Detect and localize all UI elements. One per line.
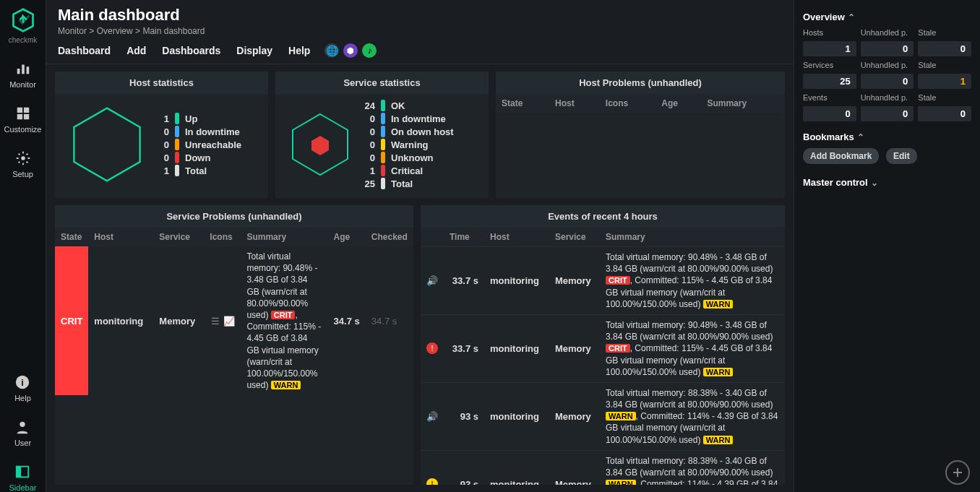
- logo-icon: [9, 6, 38, 35]
- panel-service-problems: Service Problems (unhandled) StateHostSe…: [55, 205, 413, 485]
- col-header[interactable]: Host: [549, 94, 600, 113]
- menu-dashboard[interactable]: Dashboard: [58, 45, 111, 56]
- stat-row[interactable]: 1Critical: [359, 165, 454, 176]
- spotify-icon[interactable]: ♪: [362, 43, 377, 58]
- stat-label: Down: [185, 152, 210, 163]
- nav-monitor[interactable]: Monitor: [4, 60, 42, 89]
- add-widget-button[interactable]: [945, 460, 970, 485]
- stat-count: 0: [359, 139, 375, 150]
- host-cell[interactable]: monitoring: [484, 382, 549, 450]
- hex-purple-icon[interactable]: ⬢: [343, 43, 358, 58]
- host-cell[interactable]: monitoring: [88, 246, 153, 395]
- stat-color-bar: [381, 100, 385, 111]
- stat-count: 0: [359, 113, 375, 124]
- col-header[interactable]: Icons: [204, 228, 241, 246]
- add-bookmark-button[interactable]: Add Bookmark: [803, 148, 879, 164]
- stat-label: On down host: [391, 126, 454, 137]
- ov-value[interactable]: 25: [803, 74, 856, 89]
- graph-icon[interactable]: 📈: [223, 316, 235, 326]
- table-row[interactable]: 🔊93 smonitoringMemoryTotal virtual memor…: [421, 382, 785, 450]
- host-cell[interactable]: monitoring: [484, 247, 549, 315]
- col-header[interactable]: Summary: [701, 94, 785, 113]
- menu-dashboards[interactable]: Dashboards: [162, 45, 220, 56]
- col-header[interactable]: Icons: [600, 94, 656, 113]
- ov-value[interactable]: 0: [861, 74, 914, 89]
- stat-count: 1: [153, 165, 169, 176]
- col-header[interactable]: Host: [484, 228, 549, 247]
- stat-color-bar: [175, 165, 179, 176]
- ov-value[interactable]: 1: [803, 41, 856, 56]
- stat-color-bar: [175, 113, 179, 124]
- stat-row[interactable]: 24OK: [359, 100, 454, 111]
- stat-count: 0: [359, 126, 375, 137]
- stat-row[interactable]: 0Down: [153, 152, 241, 163]
- ov-label: Hosts: [803, 28, 856, 37]
- col-header[interactable]: State: [496, 94, 549, 113]
- menu-display[interactable]: Display: [236, 45, 272, 56]
- breadcrumb-item[interactable]: Monitor: [58, 26, 87, 36]
- menu-icon[interactable]: ☰: [210, 316, 221, 326]
- stat-row[interactable]: 0On down host: [359, 126, 454, 137]
- col-header[interactable]: [421, 228, 444, 247]
- stat-row[interactable]: 0Unknown: [359, 152, 454, 163]
- ov-value[interactable]: 0: [861, 41, 914, 56]
- table-row[interactable]: CRITmonitoringMemory☰📈Total virtual memo…: [55, 246, 413, 395]
- host-cell[interactable]: monitoring: [484, 450, 549, 485]
- stat-row[interactable]: 1Total: [153, 165, 241, 176]
- table-row[interactable]: !33.7 smonitoringMemoryTotal virtual mem…: [421, 314, 785, 382]
- col-header[interactable]: State: [55, 228, 88, 246]
- nav-user[interactable]: User: [9, 418, 37, 447]
- col-header[interactable]: Age: [328, 228, 366, 246]
- col-header[interactable]: Time: [444, 228, 484, 247]
- panel-title: Host statistics: [55, 72, 268, 94]
- overview-section-toggle[interactable]: Overview⌃: [803, 12, 971, 22]
- service-hexagon-icon: [284, 108, 356, 181]
- nav-customize[interactable]: Customize: [4, 105, 42, 134]
- col-header[interactable]: Summary: [241, 228, 327, 246]
- bookmarks-section-toggle[interactable]: Bookmarks⌃: [803, 131, 971, 142]
- nav-setup[interactable]: Setup: [4, 150, 42, 178]
- edit-bookmarks-button[interactable]: Edit: [886, 148, 917, 164]
- col-header[interactable]: Age: [656, 94, 701, 113]
- menu-add[interactable]: Add: [126, 45, 146, 56]
- service-cell[interactable]: Memory: [549, 450, 600, 485]
- panel-host-problems: Host Problems (unhandled) StateHostIcons…: [496, 72, 785, 198]
- alert-icon: !: [426, 478, 438, 485]
- stat-row[interactable]: 25Total: [359, 178, 454, 189]
- left-nav-rail: checkmk MonitorCustomizeSetup iHelpUserS…: [0, 0, 46, 492]
- ov-value[interactable]: 0: [918, 106, 971, 121]
- ov-value[interactable]: 0: [803, 106, 856, 121]
- breadcrumb-item[interactable]: Main dashboard: [142, 26, 205, 36]
- stat-count: 0: [359, 152, 375, 163]
- breadcrumb-item[interactable]: Overview: [97, 26, 133, 36]
- nav-sidebar[interactable]: Sidebar: [9, 463, 37, 492]
- ov-value[interactable]: 0: [861, 106, 914, 121]
- service-cell[interactable]: Memory: [153, 246, 204, 395]
- col-header[interactable]: Checked: [366, 228, 413, 246]
- col-header[interactable]: Service: [153, 228, 204, 246]
- table-row[interactable]: !93 smonitoringMemoryTotal virtual memor…: [421, 450, 785, 485]
- host-cell[interactable]: monitoring: [484, 314, 549, 382]
- stat-row[interactable]: 0Warning: [359, 139, 454, 150]
- service-cell[interactable]: Memory: [549, 314, 600, 382]
- col-header[interactable]: Host: [88, 228, 153, 246]
- col-header[interactable]: Service: [549, 228, 600, 247]
- globe-icon[interactable]: 🌐: [324, 43, 339, 58]
- service-cell[interactable]: Memory: [549, 382, 600, 450]
- summary-cell: Total virtual memory: 90.48% - 3.48 GB o…: [241, 246, 327, 395]
- svg-rect-2: [22, 65, 25, 74]
- ov-value[interactable]: 0: [918, 41, 971, 56]
- table-row[interactable]: 🔊33.7 smonitoringMemoryTotal virtual mem…: [421, 247, 785, 315]
- col-header[interactable]: Summary: [600, 228, 785, 247]
- service-cell[interactable]: Memory: [549, 247, 600, 315]
- stat-row[interactable]: 0In downtime: [359, 113, 454, 124]
- monitor-icon: [14, 60, 32, 77]
- stat-row[interactable]: 0Unreachable: [153, 139, 241, 150]
- menu-help[interactable]: Help: [288, 45, 310, 56]
- stat-row[interactable]: 1Up: [153, 113, 241, 124]
- stat-row[interactable]: 0In downtime: [153, 126, 241, 137]
- stat-count: 1: [153, 113, 169, 124]
- nav-help[interactable]: iHelp: [9, 374, 37, 402]
- master-control-section-toggle[interactable]: Master control⌄: [803, 177, 971, 188]
- ov-value[interactable]: 1: [918, 74, 971, 89]
